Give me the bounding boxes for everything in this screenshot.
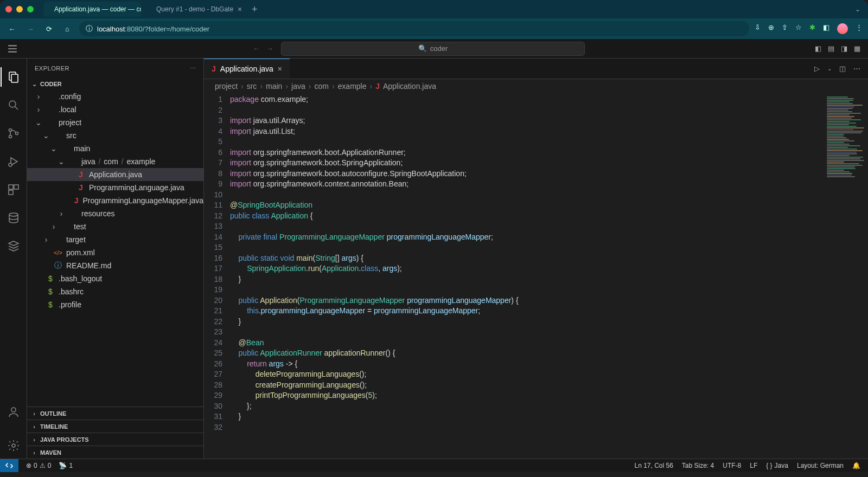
activity-source-control[interactable]: [1, 120, 27, 146]
address-bar[interactable]: ⓘ localhost:8080/?folder=/home/coder: [79, 21, 749, 36]
minimap[interactable]: [825, 93, 868, 459]
remote-indicator[interactable]: [0, 459, 18, 472]
menu-icon[interactable]: ⋮: [856, 23, 863, 34]
tree-item[interactable]: ⌄main: [27, 142, 203, 155]
new-tab-button[interactable]: +: [247, 4, 262, 15]
panel-java-projects[interactable]: ›JAVA PROJECTS: [27, 433, 203, 446]
tree-item[interactable]: $.profile: [27, 298, 203, 311]
sidebar: EXPLORER ⋯ ⌄ CODER ›.config›.local⌄proje…: [27, 59, 204, 459]
tree-item[interactable]: ⌄src: [27, 129, 203, 142]
encoding[interactable]: UTF-8: [723, 462, 741, 469]
nav-back-button[interactable]: ←: [251, 42, 262, 55]
home-button[interactable]: ⌂: [61, 22, 74, 35]
breadcrumb-segment[interactable]: Application.java: [383, 82, 436, 91]
tree-item[interactable]: ›test: [27, 220, 203, 233]
maximize-window-button[interactable]: [27, 6, 34, 12]
tree-item[interactable]: ›.config: [27, 90, 203, 103]
tree-item[interactable]: $.bashrc: [27, 285, 203, 298]
tree-label: resources: [81, 209, 114, 218]
panel-timeline[interactable]: ›TIMELINE: [27, 420, 203, 433]
run-button[interactable]: ▷: [814, 65, 820, 73]
tab-list-button[interactable]: ⌄: [853, 3, 863, 15]
tree-item[interactable]: $.bash_logout: [27, 272, 203, 285]
browser-tab-inactive[interactable]: Query #1 - demo - DbGate ×: [145, 2, 243, 17]
tree-item[interactable]: ⌄project: [27, 116, 203, 129]
tree-item[interactable]: ⌄java / com / example: [27, 155, 203, 168]
language-mode[interactable]: { } Java: [766, 462, 788, 469]
activity-account[interactable]: [1, 399, 27, 425]
profile-avatar[interactable]: [837, 23, 848, 34]
notifications-button[interactable]: 🔔: [852, 462, 860, 469]
tree-item[interactable]: JProgrammingLanguageMapper.java: [27, 194, 203, 207]
code-content[interactable]: package com.example;import java.util.Arr…: [230, 93, 868, 459]
close-tab-button[interactable]: ×: [238, 5, 242, 14]
editor-tabs: J Application.java × ▷ ⌄ ◫ ⋯: [204, 59, 868, 79]
activity-explorer[interactable]: [1, 64, 27, 90]
app-menu-button[interactable]: [8, 44, 17, 54]
command-center[interactable]: 🔍 coder: [281, 42, 585, 56]
toggle-panel-icon[interactable]: ▤: [828, 44, 834, 53]
extensions-icon[interactable]: ✱: [809, 23, 815, 34]
editor-tab-active[interactable]: J Application.java ×: [204, 59, 290, 79]
activity-database[interactable]: [1, 205, 27, 231]
activity-settings[interactable]: [1, 433, 27, 459]
split-editor-button[interactable]: ◫: [839, 65, 846, 73]
problems-button[interactable]: ⊗0 ⚠0: [26, 462, 51, 469]
breadcrumb-segment[interactable]: project: [215, 82, 238, 91]
tree-item[interactable]: JApplication.java: [27, 168, 203, 181]
reload-button[interactable]: ⟳: [42, 22, 55, 35]
close-tab-button[interactable]: ×: [278, 65, 282, 73]
breadcrumb[interactable]: project›src›main›java›com›example›J Appl…: [204, 79, 868, 93]
explorer-label: EXPLORER: [35, 65, 69, 72]
bookmark-icon[interactable]: ☆: [795, 23, 802, 34]
activity-stack[interactable]: [1, 233, 27, 259]
breadcrumb-segment[interactable]: main: [266, 82, 282, 91]
tree-item[interactable]: ⓘREADME.md: [27, 259, 203, 272]
breadcrumb-segment[interactable]: src: [247, 82, 257, 91]
twisty-icon: ⌄: [50, 144, 58, 153]
vscode-titlebar: ← → 🔍 coder ◧ ▤ ◨ ▦: [0, 39, 868, 59]
forward-button[interactable]: →: [24, 22, 37, 35]
tree-item[interactable]: JProgrammingLanguage.java: [27, 181, 203, 194]
minimize-window-button[interactable]: [16, 6, 23, 12]
java-icon: J: [73, 196, 79, 205]
back-button[interactable]: ←: [5, 22, 18, 35]
tree-item[interactable]: ›target: [27, 233, 203, 246]
close-window-button[interactable]: [5, 6, 12, 12]
breadcrumb-segment[interactable]: example: [338, 82, 367, 91]
sidebar-actions-icon[interactable]: ⋯: [190, 65, 196, 72]
activity-debug[interactable]: [1, 149, 27, 175]
install-icon[interactable]: ⇩: [755, 23, 761, 34]
browser-tab-active[interactable]: Application.java — coder — co… ×: [43, 2, 141, 17]
twisty-icon: ⌄: [42, 131, 50, 140]
breadcrumb-segment[interactable]: com: [314, 82, 328, 91]
panel-maven[interactable]: ›MAVEN: [27, 446, 203, 459]
zoom-icon[interactable]: ⊕: [768, 23, 774, 34]
file-tree[interactable]: ›.config›.local⌄project⌄src⌄main⌄java / …: [27, 90, 203, 407]
tree-item[interactable]: ›resources: [27, 207, 203, 220]
panel-outline[interactable]: ›OUTLINE: [27, 407, 203, 420]
share-icon[interactable]: ⇧: [782, 23, 788, 34]
activity-search[interactable]: [1, 92, 27, 118]
activity-extensions[interactable]: [1, 177, 27, 203]
customize-layout-icon[interactable]: ▦: [854, 44, 860, 53]
keyboard-layout[interactable]: Layout: German: [797, 462, 844, 469]
run-menu-button[interactable]: ⌄: [827, 66, 832, 72]
more-actions-button[interactable]: ⋯: [853, 65, 860, 73]
breadcrumb-separator: ›: [309, 82, 311, 91]
workspace-section[interactable]: ⌄ CODER: [27, 78, 203, 90]
eol[interactable]: LF: [750, 462, 757, 469]
indentation[interactable]: Tab Size: 4: [682, 462, 714, 469]
sidepanel-icon[interactable]: ◧: [823, 23, 829, 34]
code-editor[interactable]: 1234567891011121314151617181920212223242…: [204, 93, 868, 459]
breadcrumb-segment[interactable]: java: [291, 82, 305, 91]
site-info-icon[interactable]: ⓘ: [86, 24, 93, 34]
tree-item[interactable]: </>pom.xml: [27, 246, 203, 259]
toggle-secondary-icon[interactable]: ◨: [841, 44, 847, 53]
nav-forward-button[interactable]: →: [264, 42, 276, 55]
ports-button[interactable]: 📡1: [59, 462, 73, 469]
toggle-sidebar-icon[interactable]: ◧: [815, 44, 821, 53]
editor-area: J Application.java × ▷ ⌄ ◫ ⋯ project›src…: [204, 59, 868, 459]
tree-item[interactable]: ›.local: [27, 103, 203, 116]
cursor-position[interactable]: Ln 17, Col 56: [634, 462, 673, 469]
